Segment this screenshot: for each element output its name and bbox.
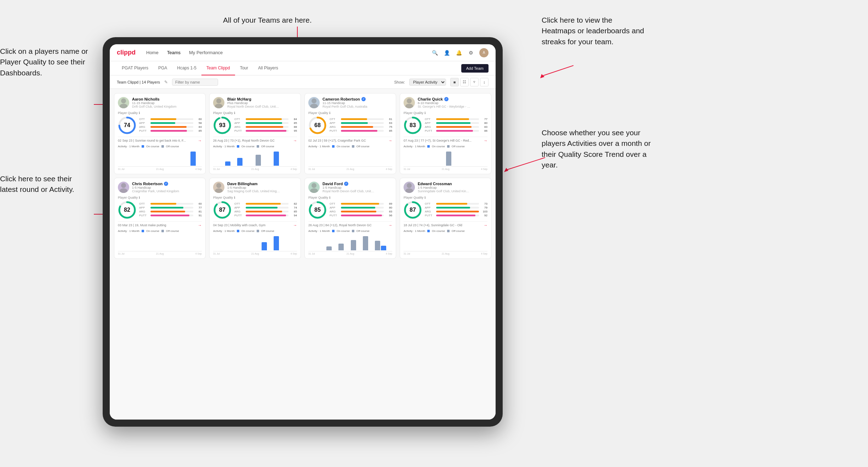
player-header: Aaron Nicholls 11-15 Handicap Drift Golf… (118, 97, 202, 108)
stat-row: PUTT 91 (139, 214, 202, 217)
stat-row: ARG 83 (425, 125, 487, 129)
stat-row: OTT 61 (330, 118, 392, 121)
activity-section: Activity · 1 Month On course Off course … (213, 145, 297, 170)
player-header: Blair McHarg Plus Handicap Royal North D… (213, 97, 297, 108)
latest-round[interactable]: 03 Mar 23 | 19, Must make putting → (118, 221, 202, 227)
nav-my-performance[interactable]: My Performance (189, 50, 223, 55)
stat-row: APP 79 (425, 206, 487, 209)
quality-circle[interactable]: 68 (308, 116, 327, 135)
latest-round[interactable]: 26 Aug 23 | 84 (+12), Royal North Devon … (308, 221, 392, 227)
tab-all-players[interactable]: All Players (253, 61, 283, 75)
grid-view-icon[interactable]: ■ (450, 78, 459, 86)
svg-marker-9 (504, 168, 508, 172)
player-name[interactable]: David Ford ✓ (322, 182, 376, 186)
player-name[interactable]: Chris Robertson ✓ (132, 182, 179, 186)
chart-dates: 31 Jul21 Aug4 Sep (118, 252, 202, 255)
chart-dates: 31 Jul21 Aug4 Sep (118, 168, 202, 170)
list-view-icon[interactable]: ☷ (460, 78, 469, 86)
player-name[interactable]: Charlie Quick ✓ (418, 97, 471, 101)
player-name[interactable]: Cameron Robertson ✓ (322, 97, 367, 101)
add-team-button[interactable]: Add Team (461, 64, 489, 73)
tab-pga[interactable]: PGA (153, 61, 172, 75)
edit-icon[interactable]: ✎ (164, 80, 168, 85)
activity-chart (404, 234, 487, 251)
nav-teams[interactable]: Teams (167, 50, 181, 55)
player-card[interactable]: Dave Billingham 1-5 Handicap Sag Maging … (209, 178, 301, 259)
sort-icon[interactable]: ↕ (480, 78, 489, 86)
quality-circle[interactable]: 87 (213, 201, 232, 219)
player-card[interactable]: Edward Crossman 1-5 Handicap Sunningdale… (400, 178, 491, 259)
stat-row: PUTT 86 (425, 129, 487, 132)
stat-row: APP 63 (330, 121, 392, 125)
latest-round[interactable]: 02 Jul 23 | 59 (+17), Craigmillar Park G… (308, 137, 392, 143)
stat-row: OTT 60 (139, 118, 202, 121)
player-card[interactable]: Blair McHarg Plus Handicap Royal North D… (209, 93, 301, 174)
filter-icon[interactable]: ▿ (470, 78, 479, 86)
search-icon[interactable]: 🔍 (431, 49, 438, 56)
quality-circle[interactable]: 74 (118, 116, 136, 135)
quality-circle[interactable]: 83 (404, 116, 422, 135)
quality-section: 93 OTT 84 APP 85 ARG 88 PUTT 95 (213, 116, 297, 135)
settings-icon[interactable]: ⚙ (467, 49, 474, 56)
player-card[interactable]: David Ford ✓ 1-5 Handicap Royal North De… (304, 178, 396, 259)
player-card[interactable]: Chris Robertson ✓ 1-5 Handicap Craigmill… (114, 178, 206, 259)
quality-section: 85 OTT 89 APP 80 ARG 83 PUTT 96 (308, 201, 392, 219)
grid-content: Aaron Nicholls 11-15 Handicap Drift Golf… (110, 89, 496, 420)
tab-team-clippd[interactable]: Team Clippd (201, 61, 235, 75)
quality-label: Player Quality ℹ (213, 196, 297, 199)
svg-point-34 (312, 183, 316, 188)
player-handicap: 1-5 Handicap (132, 186, 179, 189)
user-icon[interactable]: 👤 (443, 49, 450, 56)
quality-circle[interactable]: 93 (213, 116, 232, 135)
quality-circle[interactable]: 82 (118, 201, 136, 219)
player-header: Cameron Robertson ✓ 11-15 Handicap Royal… (308, 97, 392, 108)
latest-round[interactable]: 18 Jul 23 | 74 (+4), Sunningdale GC - Ol… (404, 221, 487, 227)
quality-label: Player Quality ℹ (118, 111, 202, 115)
quality-circle[interactable]: 87 (404, 201, 422, 219)
svg-point-38 (407, 183, 412, 188)
player-name[interactable]: Blair McHarg (227, 97, 280, 101)
search-input[interactable] (172, 79, 218, 86)
activity-section: Activity · 1 Month On course Off course … (308, 145, 392, 170)
avatar-icon[interactable]: A (479, 48, 489, 57)
quality-section: 87 OTT 82 APP 74 ARG 85 PUTT 94 (213, 201, 297, 219)
nav-home[interactable]: Home (146, 50, 159, 55)
round-arrow-icon: → (293, 138, 297, 143)
round-arrow-icon: → (198, 223, 202, 227)
latest-round[interactable]: 02 Sep 23 | Sunrise round to get back in… (118, 137, 202, 143)
tab-pgat[interactable]: PGAT Players (117, 61, 153, 75)
player-club: Royal North Devon Golf Club, United Kin.… (322, 189, 376, 193)
activity-section: Activity · 1 Month On course Off course … (213, 229, 297, 255)
latest-round[interactable]: 04 Sep 23 | Mobility with coach, Gym → (213, 221, 297, 227)
stat-row: APP 80 (425, 121, 487, 125)
svg-point-14 (216, 98, 221, 103)
svg-point-31 (215, 188, 223, 193)
bell-icon[interactable]: 🔔 (455, 49, 462, 56)
player-name[interactable]: Edward Crossman (418, 182, 471, 186)
annotation-activities: Choose whether you see your players Acti… (542, 127, 651, 171)
stat-row: APP 74 (234, 206, 297, 209)
filterbar: Team Clippd | 14 Players ✎ Show: Player … (110, 75, 496, 89)
activity-chart (404, 149, 487, 167)
tab-tour[interactable]: Tour (235, 61, 253, 75)
round-arrow-icon: → (484, 223, 487, 227)
latest-round[interactable]: 26 Aug 23 | 73 (+1), Royal North Devon G… (213, 137, 297, 143)
player-name[interactable]: Dave Billingham (227, 182, 280, 186)
stat-row: PUTT 85 (330, 129, 392, 132)
player-avatar (308, 182, 320, 193)
latest-round[interactable]: 07 Aug 23 | 77 (+7), St George's Hill GC… (404, 137, 487, 143)
show-select[interactable]: Player Activity (409, 79, 446, 86)
quality-circle[interactable]: 85 (308, 201, 327, 219)
player-handicap: 1-5 Handicap (418, 186, 471, 189)
player-handicap: 6-10 Handicap (418, 101, 471, 105)
stat-row: PUTT 96 (330, 214, 392, 217)
player-card[interactable]: Cameron Robertson ✓ 11-15 Handicap Royal… (304, 93, 396, 174)
player-card[interactable]: Charlie Quick ✓ 6-10 Handicap St. George… (400, 93, 491, 174)
tab-hcaps[interactable]: Hcaps 1-5 (172, 61, 201, 75)
player-avatar (118, 97, 129, 108)
player-avatar (213, 182, 224, 193)
player-name[interactable]: Aaron Nicholls (132, 97, 177, 101)
player-card[interactable]: Aaron Nicholls 11-15 Handicap Drift Golf… (114, 93, 206, 174)
player-handicap: 11-15 Handicap (322, 101, 367, 105)
quality-label: Player Quality ℹ (404, 111, 487, 115)
